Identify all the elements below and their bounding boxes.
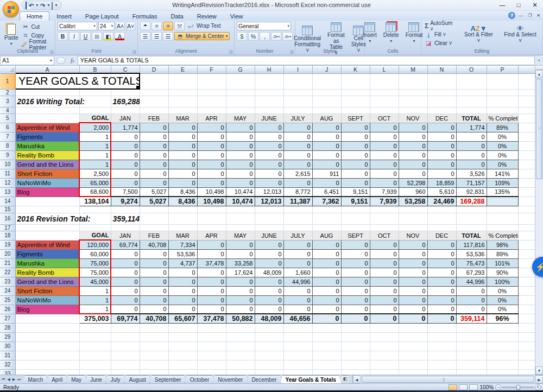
cell[interactable]: 7,939 [370,187,399,197]
cell[interactable] [456,96,487,107]
row-header-7[interactable]: 7 [0,132,15,141]
cell[interactable] [341,206,370,213]
column-label-cell[interactable]: JAN [111,113,140,123]
cell[interactable]: 0 [427,305,456,314]
column-label-cell[interactable]: NOV [399,231,427,240]
cell[interactable] [111,351,140,360]
cell[interactable] [370,342,399,351]
cell[interactable] [111,89,140,96]
cell[interactable]: 10,498 [197,187,226,197]
cell[interactable] [456,213,487,224]
cell[interactable]: 0 [255,258,283,268]
cell[interactable] [427,360,456,369]
cell[interactable] [197,96,226,107]
cell[interactable]: 0 [226,286,255,295]
cut-button[interactable]: ✂Cut [21,23,53,31]
cell[interactable] [255,96,283,107]
cell[interactable]: 0% [487,150,518,160]
cell[interactable]: 0 [399,268,427,277]
cell[interactable]: 89% [487,123,518,132]
cell[interactable] [341,360,370,369]
cell[interactable] [111,369,140,375]
totals-cell[interactable]: 46,656 [283,314,312,323]
cell[interactable] [79,360,111,369]
cell[interactable]: 0 [341,249,370,258]
border-button[interactable]: ⊞ [92,32,102,41]
cell[interactable] [111,360,140,369]
zoom-in-icon[interactable]: + [535,384,541,390]
clipboard-dialog-launcher[interactable]: ◲ [50,50,54,54]
cell[interactable] [283,213,312,224]
cell[interactable]: 0 [399,150,427,160]
ribbon-tab-home[interactable]: Home [20,11,49,21]
project-name-cell[interactable]: Gerod and the Lions [15,160,79,169]
cell[interactable] [427,107,456,113]
cell[interactable]: 0 [111,286,140,295]
cell[interactable] [312,342,341,351]
cell[interactable] [456,73,487,89]
cell[interactable]: 0 [427,286,456,295]
cell[interactable] [487,213,518,224]
project-name-cell[interactable]: Reality Bomb [15,268,79,277]
row-header-26[interactable]: 26 [0,305,15,314]
clear-button[interactable]: ◪Clear ˅ [424,39,457,47]
row-header-2[interactable]: 2 [0,89,15,96]
cell[interactable] [168,323,197,332]
cell[interactable]: 0 [370,240,399,249]
section-title-cell[interactable]: 2016 Writing Total: [15,96,79,107]
cell[interactable]: 0 [312,305,341,314]
cell[interactable] [370,224,399,231]
cell[interactable] [487,73,518,89]
cell[interactable] [312,369,341,375]
cell[interactable]: 0 [140,249,168,258]
totals-cell[interactable]: 65,607 [168,314,197,323]
cell[interactable]: 0 [168,286,197,295]
cell[interactable] [255,73,283,89]
totals-cell[interactable]: 24,469 [427,197,456,206]
cell[interactable]: 0 [370,277,399,286]
cell[interactable]: 0 [312,268,341,277]
cell[interactable]: 109% [487,178,518,187]
cell[interactable]: 0 [255,160,283,169]
cell[interactable] [140,351,168,360]
cell[interactable]: 0 [456,295,487,305]
project-name-cell[interactable]: Blog [15,187,79,197]
sheet-tab-december[interactable]: December [246,375,282,383]
cell[interactable]: 0 [140,305,168,314]
row-header-18[interactable]: 18 [0,231,15,240]
cell[interactable] [79,323,111,332]
cell[interactable] [255,323,283,332]
row-header-6[interactable]: 6 [0,123,15,132]
font-color-button[interactable]: A [115,32,125,41]
cell[interactable]: 0 [370,286,399,295]
cell[interactable]: 0 [140,295,168,305]
cell[interactable]: 0 [111,295,140,305]
cell[interactable]: 0 [399,132,427,141]
cell[interactable] [79,342,111,351]
cell[interactable]: 0 [197,277,226,286]
cell[interactable] [399,360,427,369]
cell[interactable] [79,351,111,360]
cell[interactable]: 0 [111,141,140,150]
cell[interactable]: 0 [197,305,226,314]
cell[interactable]: 0 [226,141,255,150]
sheet-tab-july[interactable]: July [105,375,126,383]
cell[interactable] [487,323,518,332]
cell[interactable] [341,332,370,342]
cell[interactable] [197,206,226,213]
cell[interactable] [456,369,487,375]
cell[interactable]: 0 [283,150,312,160]
insert-cells-button[interactable]: Insert▾ [361,22,379,45]
cell[interactable] [427,213,456,224]
column-label-cell[interactable]: MAY [226,113,255,123]
cell[interactable]: 89% [487,249,518,258]
cell[interactable]: 0 [456,160,487,169]
column-label-cell[interactable]: FEB [140,113,168,123]
totals-cell[interactable]: 40,708 [140,314,168,323]
cell[interactable]: 0 [111,258,140,268]
cell[interactable] [168,96,197,107]
scroll-down-icon[interactable]: ▼ [535,366,543,375]
italic-button[interactable]: I [69,32,79,41]
cell[interactable] [226,224,255,231]
cell[interactable] [370,360,399,369]
